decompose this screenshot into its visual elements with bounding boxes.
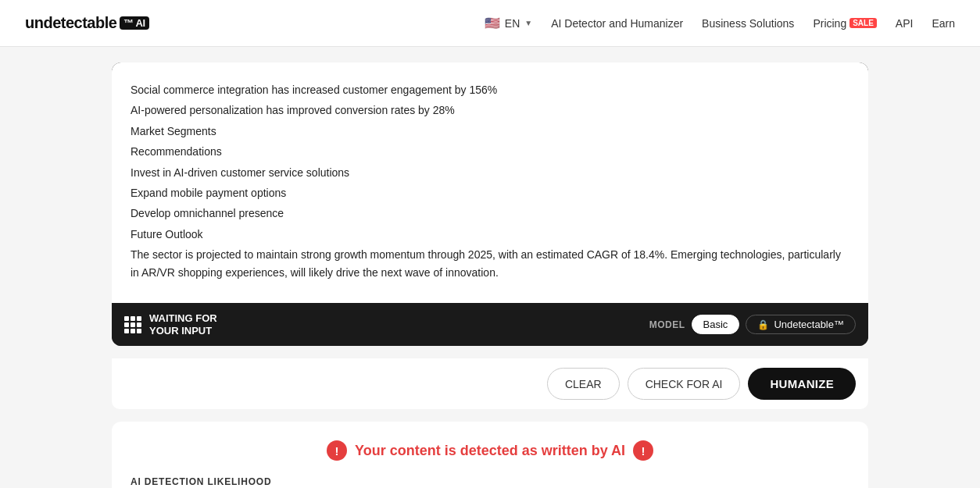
nav-business-solutions[interactable]: Business Solutions bbox=[702, 17, 794, 30]
model-basic-button[interactable]: Basic bbox=[692, 315, 740, 334]
flag-icon: 🇺🇸 bbox=[485, 16, 500, 30]
pricing-label: Pricing bbox=[813, 17, 846, 30]
waiting-indicator: WAITING FOR YOUR INPUT bbox=[124, 312, 217, 337]
model-undetectable-button[interactable]: 🔒 Undetectable™ bbox=[746, 315, 856, 334]
check-for-ai-button[interactable]: CHECK FOR AI bbox=[628, 368, 741, 400]
nav-pricing[interactable]: Pricing SALE bbox=[813, 17, 876, 30]
logo-text: undetectable bbox=[25, 14, 116, 32]
content-line-7: Develop omnichannel presence bbox=[131, 205, 849, 222]
language-selector[interactable]: 🇺🇸 EN ▼ bbox=[485, 16, 532, 30]
ai-detected-text: Your content is detected as written by A… bbox=[355, 443, 625, 459]
waiting-line2: YOUR INPUT bbox=[149, 325, 212, 337]
content-line-4: Recommendations bbox=[131, 143, 849, 160]
editor-text-area[interactable]: Social commerce integration has increase… bbox=[112, 62, 868, 303]
nav-api[interactable]: API bbox=[896, 17, 914, 30]
header: undetectable™ AI 🇺🇸 EN ▼ AI Detector and… bbox=[0, 0, 980, 47]
warning-icon-right: ! bbox=[633, 440, 653, 461]
logo[interactable]: undetectable™ AI bbox=[25, 14, 149, 32]
content-line-2: AI-powered personalization has improved … bbox=[131, 102, 849, 119]
waiting-text: WAITING FOR YOUR INPUT bbox=[149, 312, 217, 337]
content-line-6: Expand mobile payment options bbox=[131, 184, 849, 201]
grid-icon bbox=[124, 316, 141, 333]
content-line-3: Market Segments bbox=[131, 123, 849, 140]
logo-ai-badge: ™ AI bbox=[120, 16, 148, 30]
content-line-8: Future Outlook bbox=[131, 226, 849, 243]
content-line-9: The sector is projected to maintain stro… bbox=[131, 246, 849, 281]
humanize-button[interactable]: HUMANIZE bbox=[748, 368, 856, 400]
nav-earn[interactable]: Earn bbox=[932, 17, 955, 30]
warning-icon-left: ! bbox=[327, 440, 347, 461]
detection-section: AI DETECTION LIKELIHOOD ! GPTZERO ! OPEN… bbox=[131, 476, 849, 488]
header-nav: 🇺🇸 EN ▼ AI Detector and Humanizer Busine… bbox=[485, 16, 955, 30]
content-line-1: Social commerce integration has increase… bbox=[131, 81, 849, 98]
model-selector: MODEL Basic 🔒 Undetectable™ bbox=[649, 315, 856, 334]
results-container: ! Your content is detected as written by… bbox=[112, 422, 868, 488]
editor-container: Social commerce integration has increase… bbox=[112, 62, 868, 346]
nav-ai-detector[interactable]: AI Detector and Humanizer bbox=[551, 17, 683, 30]
undetectable-label: Undetectable™ bbox=[774, 319, 844, 330]
content-line-5: Invest in AI-driven customer service sol… bbox=[131, 164, 849, 181]
ai-detected-banner: ! Your content is detected as written by… bbox=[131, 440, 849, 461]
detection-title: AI DETECTION LIKELIHOOD bbox=[131, 476, 849, 487]
lock-icon: 🔒 bbox=[757, 319, 769, 330]
action-bar: CLEAR CHECK FOR AI HUMANIZE bbox=[112, 358, 868, 409]
model-label: MODEL bbox=[649, 319, 685, 330]
lang-label: EN bbox=[505, 17, 520, 30]
main-content: Social commerce integration has increase… bbox=[99, 47, 881, 488]
editor-footer: WAITING FOR YOUR INPUT MODEL Basic 🔒 Und… bbox=[112, 303, 868, 346]
waiting-line1: WAITING FOR bbox=[149, 312, 217, 324]
clear-button[interactable]: CLEAR bbox=[547, 368, 620, 400]
chevron-down-icon: ▼ bbox=[524, 19, 532, 27]
sale-badge: SALE bbox=[849, 18, 877, 28]
